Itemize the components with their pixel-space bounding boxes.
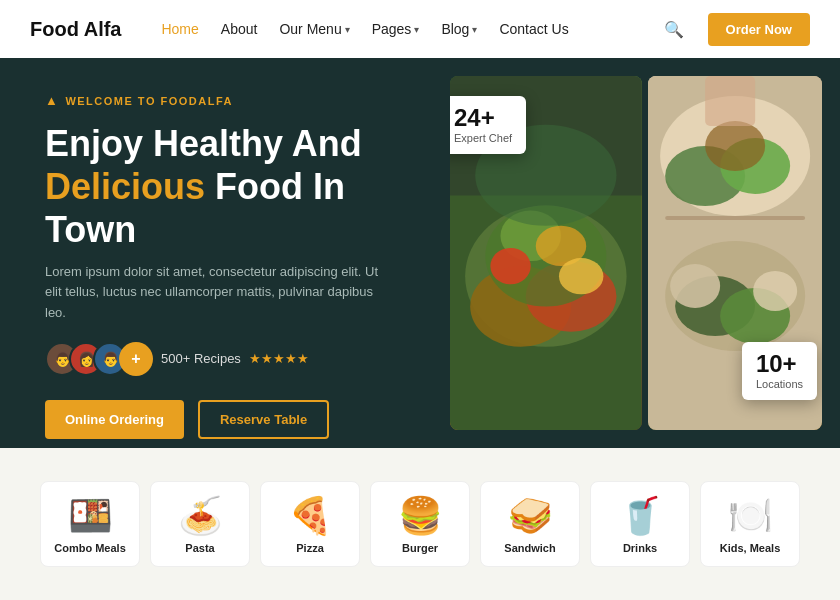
avatar-plus: + [119,342,153,376]
category-label: Drinks [623,542,657,554]
bell-icon: ▲ [45,93,59,108]
recipes-text: 500+ Recipes ★★★★★ [161,351,309,366]
svg-rect-22 [705,76,755,126]
category-label: Kids, Meals [720,542,781,554]
hero-images: 24+ Expert Chef [450,58,840,448]
category-card-sandwich[interactable]: 🥪 Sandwich [480,481,580,567]
main-nav: HomeAboutOur Menu ▾Pages ▾Blog ▾Contact … [161,21,639,37]
hero-title-line1: Enjoy Healthy And [45,123,362,164]
hero-title-highlight: Delicious [45,166,205,207]
svg-point-7 [490,248,530,284]
chevron-down-icon: ▾ [345,24,350,35]
svg-point-15 [705,121,765,171]
locations-stat-badge: 10+ Locations [742,342,817,400]
category-card-combo-meals[interactable]: 🍱 Combo Meals [40,481,140,567]
nav-item-contact[interactable]: Contact Us [499,21,568,37]
header: Food Alfa HomeAboutOur Menu ▾Pages ▾Blog… [0,0,840,58]
locations-stat-label: Locations [756,378,803,390]
welcome-text: WELCOME TO FOODALFA [65,95,233,107]
nav-item-our-menu[interactable]: Our Menu ▾ [279,21,349,37]
hero-buttons: Online Ordering Reserve Table [45,400,425,439]
category-card-pizza[interactable]: 🍕 Pizza [260,481,360,567]
category-card-pasta[interactable]: 🍝 Pasta [150,481,250,567]
category-icon: 🍕 [288,498,333,534]
category-label: Burger [402,542,438,554]
chef-stat-label: Expert Chef [454,132,512,144]
order-now-button[interactable]: Order Now [708,13,810,46]
hero-content: ▲ WELCOME TO FOODALFA Enjoy Healthy And … [0,58,460,448]
category-icon: 🍱 [68,498,113,534]
locations-stat-number: 10+ [756,352,803,376]
nav-item-blog[interactable]: Blog ▾ [441,21,477,37]
chef-stat-badge: 24+ Expert Chef [450,96,526,154]
category-label: Sandwich [504,542,555,554]
welcome-badge: ▲ WELCOME TO FOODALFA [45,93,425,108]
categories-section: 🍱 Combo Meals 🍝 Pasta 🍕 Pizza 🍔 Burger 🥪… [0,448,840,600]
reserve-table-button[interactable]: Reserve Table [198,400,329,439]
nav-item-about[interactable]: About [221,21,258,37]
search-icon[interactable]: 🔍 [660,16,688,43]
chef-stat-number: 24+ [454,106,512,130]
category-icon: 🥤 [618,498,663,534]
online-ordering-button[interactable]: Online Ordering [45,400,184,439]
avatar-stack: 👨 👩 👨 + [45,342,153,376]
nav-item-home[interactable]: Home [161,21,198,37]
site-logo[interactable]: Food Alfa [30,18,121,41]
category-icon: 🥪 [508,498,553,534]
svg-point-21 [753,271,797,311]
category-grid: 🍱 Combo Meals 🍝 Pasta 🍕 Pizza 🍔 Burger 🥪… [40,481,800,567]
avatars-row: 👨 👩 👨 + 500+ Recipes ★★★★★ [45,342,425,376]
category-label: Combo Meals [54,542,126,554]
hero-image-right: 10+ Locations [648,76,822,430]
chevron-down-icon: ▾ [472,24,477,35]
svg-point-20 [670,264,720,308]
chevron-down-icon: ▾ [414,24,419,35]
category-card-kids-meals[interactable]: 🍽️ Kids, Meals [700,481,800,567]
category-label: Pizza [296,542,324,554]
category-icon: 🍽️ [728,498,773,534]
category-label: Pasta [185,542,214,554]
category-icon: 🍝 [178,498,223,534]
nav-item-pages[interactable]: Pages ▾ [372,21,420,37]
category-card-burger[interactable]: 🍔 Burger [370,481,470,567]
category-card-drinks[interactable]: 🥤 Drinks [590,481,690,567]
svg-rect-16 [665,216,805,220]
hero-image-left: 24+ Expert Chef [450,76,642,430]
category-icon: 🍔 [398,498,443,534]
hero-title: Enjoy Healthy And Delicious Food In Town [45,122,425,252]
star-rating: ★★★★★ [249,351,309,366]
svg-point-8 [559,258,603,294]
hero-section: ▲ WELCOME TO FOODALFA Enjoy Healthy And … [0,58,840,448]
hero-description: Lorem ipsum dolor sit amet, consectetur … [45,262,385,324]
